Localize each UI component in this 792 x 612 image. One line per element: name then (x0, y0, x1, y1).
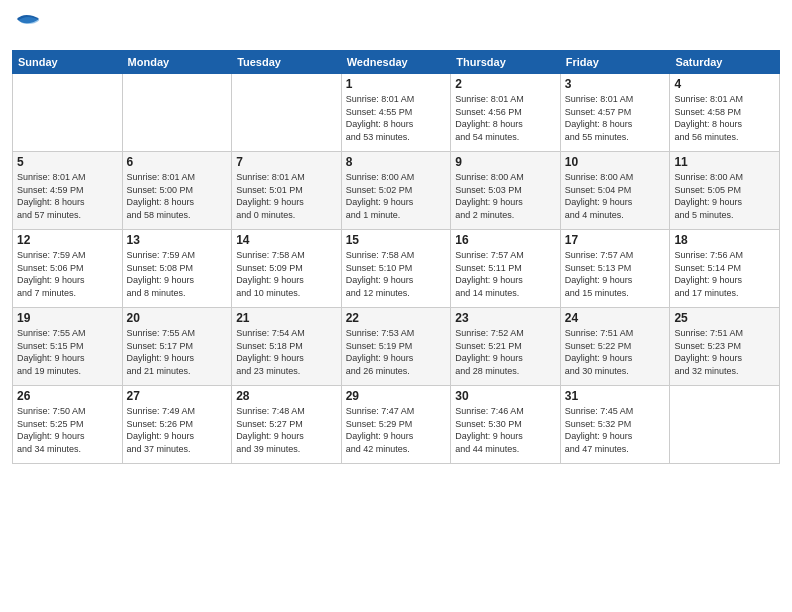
weekday-header-friday: Friday (560, 51, 670, 74)
day-info: Sunrise: 7:50 AM Sunset: 5:25 PM Dayligh… (17, 405, 118, 455)
calendar-cell: 1Sunrise: 8:01 AM Sunset: 4:55 PM Daylig… (341, 74, 451, 152)
day-info: Sunrise: 8:00 AM Sunset: 5:03 PM Dayligh… (455, 171, 556, 221)
weekday-header-tuesday: Tuesday (232, 51, 342, 74)
day-info: Sunrise: 7:59 AM Sunset: 5:08 PM Dayligh… (127, 249, 228, 299)
day-number: 14 (236, 233, 337, 247)
day-number: 24 (565, 311, 666, 325)
calendar-cell: 2Sunrise: 8:01 AM Sunset: 4:56 PM Daylig… (451, 74, 561, 152)
header (12, 10, 780, 42)
calendar-cell: 9Sunrise: 8:00 AM Sunset: 5:03 PM Daylig… (451, 152, 561, 230)
calendar-cell: 23Sunrise: 7:52 AM Sunset: 5:21 PM Dayli… (451, 308, 561, 386)
day-number: 19 (17, 311, 118, 325)
day-info: Sunrise: 7:45 AM Sunset: 5:32 PM Dayligh… (565, 405, 666, 455)
calendar-cell (670, 386, 780, 464)
day-number: 13 (127, 233, 228, 247)
calendar-cell: 19Sunrise: 7:55 AM Sunset: 5:15 PM Dayli… (13, 308, 123, 386)
calendar-cell (122, 74, 232, 152)
day-number: 2 (455, 77, 556, 91)
day-number: 4 (674, 77, 775, 91)
calendar-cell: 31Sunrise: 7:45 AM Sunset: 5:32 PM Dayli… (560, 386, 670, 464)
day-info: Sunrise: 8:00 AM Sunset: 5:02 PM Dayligh… (346, 171, 447, 221)
day-info: Sunrise: 7:46 AM Sunset: 5:30 PM Dayligh… (455, 405, 556, 455)
day-number: 29 (346, 389, 447, 403)
day-info: Sunrise: 7:58 AM Sunset: 5:10 PM Dayligh… (346, 249, 447, 299)
weekday-header-saturday: Saturday (670, 51, 780, 74)
calendar-cell: 26Sunrise: 7:50 AM Sunset: 5:25 PM Dayli… (13, 386, 123, 464)
day-info: Sunrise: 8:01 AM Sunset: 5:01 PM Dayligh… (236, 171, 337, 221)
calendar-week-row: 12Sunrise: 7:59 AM Sunset: 5:06 PM Dayli… (13, 230, 780, 308)
day-info: Sunrise: 7:59 AM Sunset: 5:06 PM Dayligh… (17, 249, 118, 299)
calendar-cell: 11Sunrise: 8:00 AM Sunset: 5:05 PM Dayli… (670, 152, 780, 230)
calendar-cell: 8Sunrise: 8:00 AM Sunset: 5:02 PM Daylig… (341, 152, 451, 230)
calendar-week-row: 5Sunrise: 8:01 AM Sunset: 4:59 PM Daylig… (13, 152, 780, 230)
day-number: 6 (127, 155, 228, 169)
calendar-cell: 25Sunrise: 7:51 AM Sunset: 5:23 PM Dayli… (670, 308, 780, 386)
logo-icon (14, 10, 42, 38)
day-number: 30 (455, 389, 556, 403)
day-number: 21 (236, 311, 337, 325)
day-number: 11 (674, 155, 775, 169)
day-number: 10 (565, 155, 666, 169)
day-number: 28 (236, 389, 337, 403)
day-info: Sunrise: 7:47 AM Sunset: 5:29 PM Dayligh… (346, 405, 447, 455)
day-info: Sunrise: 8:01 AM Sunset: 5:00 PM Dayligh… (127, 171, 228, 221)
day-number: 18 (674, 233, 775, 247)
weekday-header-row: SundayMondayTuesdayWednesdayThursdayFrid… (13, 51, 780, 74)
weekday-header-sunday: Sunday (13, 51, 123, 74)
weekday-header-wednesday: Wednesday (341, 51, 451, 74)
calendar-cell: 15Sunrise: 7:58 AM Sunset: 5:10 PM Dayli… (341, 230, 451, 308)
day-number: 12 (17, 233, 118, 247)
calendar-week-row: 26Sunrise: 7:50 AM Sunset: 5:25 PM Dayli… (13, 386, 780, 464)
day-info: Sunrise: 7:48 AM Sunset: 5:27 PM Dayligh… (236, 405, 337, 455)
calendar-cell: 10Sunrise: 8:00 AM Sunset: 5:04 PM Dayli… (560, 152, 670, 230)
calendar-cell: 30Sunrise: 7:46 AM Sunset: 5:30 PM Dayli… (451, 386, 561, 464)
logo (12, 10, 42, 42)
calendar-cell: 13Sunrise: 7:59 AM Sunset: 5:08 PM Dayli… (122, 230, 232, 308)
calendar-cell: 18Sunrise: 7:56 AM Sunset: 5:14 PM Dayli… (670, 230, 780, 308)
calendar-cell: 14Sunrise: 7:58 AM Sunset: 5:09 PM Dayli… (232, 230, 342, 308)
day-info: Sunrise: 7:49 AM Sunset: 5:26 PM Dayligh… (127, 405, 228, 455)
day-info: Sunrise: 7:57 AM Sunset: 5:11 PM Dayligh… (455, 249, 556, 299)
calendar-cell: 20Sunrise: 7:55 AM Sunset: 5:17 PM Dayli… (122, 308, 232, 386)
calendar-cell: 29Sunrise: 7:47 AM Sunset: 5:29 PM Dayli… (341, 386, 451, 464)
day-number: 16 (455, 233, 556, 247)
calendar-cell: 22Sunrise: 7:53 AM Sunset: 5:19 PM Dayli… (341, 308, 451, 386)
day-number: 9 (455, 155, 556, 169)
day-info: Sunrise: 7:55 AM Sunset: 5:15 PM Dayligh… (17, 327, 118, 377)
calendar-cell: 16Sunrise: 7:57 AM Sunset: 5:11 PM Dayli… (451, 230, 561, 308)
calendar-cell: 3Sunrise: 8:01 AM Sunset: 4:57 PM Daylig… (560, 74, 670, 152)
day-number: 23 (455, 311, 556, 325)
calendar-cell: 7Sunrise: 8:01 AM Sunset: 5:01 PM Daylig… (232, 152, 342, 230)
day-number: 3 (565, 77, 666, 91)
day-number: 15 (346, 233, 447, 247)
calendar-cell (232, 74, 342, 152)
calendar-week-row: 1Sunrise: 8:01 AM Sunset: 4:55 PM Daylig… (13, 74, 780, 152)
weekday-header-monday: Monday (122, 51, 232, 74)
day-number: 25 (674, 311, 775, 325)
calendar-cell: 5Sunrise: 8:01 AM Sunset: 4:59 PM Daylig… (13, 152, 123, 230)
weekday-header-thursday: Thursday (451, 51, 561, 74)
day-info: Sunrise: 7:54 AM Sunset: 5:18 PM Dayligh… (236, 327, 337, 377)
day-number: 22 (346, 311, 447, 325)
day-number: 17 (565, 233, 666, 247)
day-number: 20 (127, 311, 228, 325)
day-info: Sunrise: 8:01 AM Sunset: 4:59 PM Dayligh… (17, 171, 118, 221)
day-number: 7 (236, 155, 337, 169)
day-info: Sunrise: 8:01 AM Sunset: 4:58 PM Dayligh… (674, 93, 775, 143)
calendar-week-row: 19Sunrise: 7:55 AM Sunset: 5:15 PM Dayli… (13, 308, 780, 386)
calendar-cell: 27Sunrise: 7:49 AM Sunset: 5:26 PM Dayli… (122, 386, 232, 464)
day-number: 8 (346, 155, 447, 169)
calendar-cell (13, 74, 123, 152)
day-info: Sunrise: 7:53 AM Sunset: 5:19 PM Dayligh… (346, 327, 447, 377)
day-info: Sunrise: 7:57 AM Sunset: 5:13 PM Dayligh… (565, 249, 666, 299)
day-info: Sunrise: 7:51 AM Sunset: 5:23 PM Dayligh… (674, 327, 775, 377)
calendar-cell: 21Sunrise: 7:54 AM Sunset: 5:18 PM Dayli… (232, 308, 342, 386)
day-number: 27 (127, 389, 228, 403)
calendar-cell: 4Sunrise: 8:01 AM Sunset: 4:58 PM Daylig… (670, 74, 780, 152)
day-number: 26 (17, 389, 118, 403)
calendar-container: SundayMondayTuesdayWednesdayThursdayFrid… (0, 0, 792, 612)
day-info: Sunrise: 7:55 AM Sunset: 5:17 PM Dayligh… (127, 327, 228, 377)
day-info: Sunrise: 7:56 AM Sunset: 5:14 PM Dayligh… (674, 249, 775, 299)
day-info: Sunrise: 8:00 AM Sunset: 5:05 PM Dayligh… (674, 171, 775, 221)
calendar-cell: 12Sunrise: 7:59 AM Sunset: 5:06 PM Dayli… (13, 230, 123, 308)
